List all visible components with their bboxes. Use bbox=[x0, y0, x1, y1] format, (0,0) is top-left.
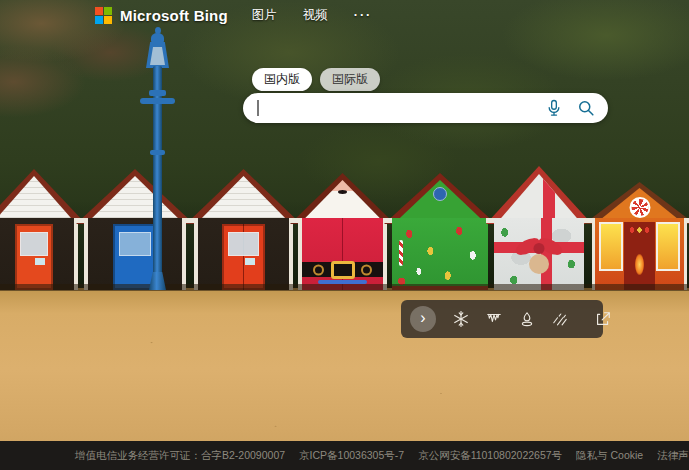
door-window bbox=[228, 232, 260, 256]
nav-videos-link[interactable]: 视频 bbox=[303, 7, 328, 24]
belt-rivet bbox=[361, 264, 372, 275]
search-version-tabs: 国内版 国际版 bbox=[252, 68, 380, 91]
beach-hut-gift-wrapped bbox=[494, 166, 584, 290]
microphone-icon[interactable] bbox=[544, 98, 564, 118]
tab-international[interactable]: 国际版 bbox=[320, 68, 380, 91]
beach-hut-blue-door bbox=[84, 166, 186, 290]
footer-link-police-record[interactable]: 京公网安备11010802022657号 bbox=[418, 449, 562, 463]
search-icon[interactable] bbox=[576, 98, 596, 118]
hut-door bbox=[222, 224, 266, 290]
beach-hut-red-door bbox=[194, 166, 293, 290]
yellow-window bbox=[656, 222, 680, 271]
text-cursor bbox=[257, 100, 259, 116]
peppermint-candy-decoration bbox=[629, 197, 650, 218]
ribbon-bow-knot bbox=[534, 243, 545, 254]
image-info-toolbar: › bbox=[401, 300, 603, 338]
lamppost-collar bbox=[149, 90, 166, 96]
hut-gable bbox=[200, 176, 287, 220]
belt-buckle bbox=[331, 261, 355, 279]
top-navigation-bar: Microsoft Bing 图片 视频 ··· bbox=[0, 0, 689, 30]
door-window bbox=[119, 232, 152, 256]
yellow-window bbox=[599, 222, 623, 271]
hut-door bbox=[113, 224, 158, 290]
footer-link-privacy[interactable]: 隐私与 Cookie bbox=[576, 449, 643, 463]
footer-link-telecom-license[interactable]: 增值电信业务经营许可证：合字B2-20090007 bbox=[75, 449, 285, 463]
santa-belt bbox=[302, 262, 383, 277]
hut-base-shadow bbox=[0, 284, 689, 291]
bing-logo[interactable]: Microsoft Bing bbox=[95, 7, 228, 24]
santa-suit-wall bbox=[298, 218, 387, 290]
chevron-right-icon: › bbox=[420, 310, 425, 326]
belt-rivet bbox=[313, 264, 324, 275]
header-nav: 图片 视频 ··· bbox=[252, 7, 373, 24]
beach-hut-elf-green bbox=[392, 166, 488, 290]
lamppost-ring bbox=[150, 150, 165, 155]
lamppost-crossbar bbox=[140, 98, 175, 104]
candy-cane bbox=[399, 240, 403, 266]
nav-images-link[interactable]: 图片 bbox=[252, 7, 277, 24]
fireplace-interior bbox=[624, 222, 654, 290]
toolbar-icons bbox=[451, 309, 570, 329]
tab-domestic[interactable]: 国内版 bbox=[252, 68, 312, 91]
search-input[interactable] bbox=[263, 99, 545, 117]
hut-door bbox=[15, 224, 54, 290]
door-window bbox=[20, 232, 48, 256]
hut-gable bbox=[90, 176, 180, 220]
footer-link-icp[interactable]: 京ICP备10036305号-7 bbox=[299, 449, 404, 463]
footer-link-legal[interactable]: 法律声明 bbox=[657, 449, 689, 463]
door-sign bbox=[245, 258, 255, 265]
elf-decorated-wall bbox=[392, 218, 488, 290]
hut-wall bbox=[0, 218, 78, 290]
lamppost-cap bbox=[151, 33, 164, 43]
search-bar[interactable] bbox=[243, 93, 608, 123]
blizzard-wind-icon[interactable] bbox=[550, 309, 570, 329]
bing-homepage: Microsoft Bing 图片 视频 ··· 国内版 国际版 › bbox=[0, 0, 689, 470]
hut-wall bbox=[592, 218, 687, 290]
gift-ribbon-wall bbox=[494, 218, 584, 290]
nav-more-button[interactable]: ··· bbox=[354, 8, 373, 22]
hut-wall bbox=[84, 218, 186, 290]
icicles-icon[interactable] bbox=[484, 309, 504, 329]
snowflake-icon[interactable] bbox=[451, 309, 471, 329]
beach-hut-dark-orange-door bbox=[0, 166, 78, 290]
microsoft-logo-icon bbox=[95, 7, 112, 24]
door-sign bbox=[35, 258, 45, 265]
hut-wall bbox=[194, 218, 293, 290]
share-icon[interactable] bbox=[593, 309, 613, 329]
beach-hut-fireplace-orange bbox=[592, 166, 687, 290]
beach-hut-santa bbox=[298, 166, 387, 290]
brand-title: Microsoft Bing bbox=[120, 7, 228, 24]
footer-bar: 增值电信业务经营许可证：合字B2-20090007 京ICP备10036305号… bbox=[0, 441, 689, 470]
hanging-bauble bbox=[529, 254, 549, 274]
expand-chevron-button[interactable]: › bbox=[410, 306, 436, 332]
campfire-icon[interactable] bbox=[517, 309, 537, 329]
